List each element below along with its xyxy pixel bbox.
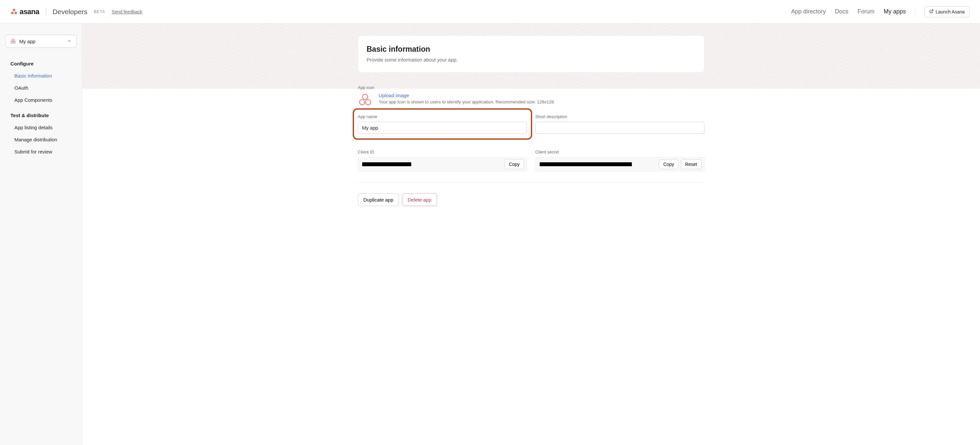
beta-label: BETA xyxy=(94,10,105,14)
top-header: asana Developers BETA Send feedback App … xyxy=(0,0,980,24)
sidebar-item-basic-information[interactable]: Basic information xyxy=(5,70,76,82)
app-name-input[interactable] xyxy=(358,122,527,134)
sidebar-item-manage-distribution[interactable]: Manage distribution xyxy=(5,134,76,146)
upload-image-link[interactable]: Upload image xyxy=(379,93,409,98)
asana-brand-text: asana xyxy=(20,8,39,16)
short-desc-label: Short description xyxy=(535,114,705,119)
asana-dots-icon xyxy=(10,8,18,15)
client-secret-box: Copy Reset xyxy=(535,157,705,171)
svg-point-9 xyxy=(366,99,371,105)
nav-docs[interactable]: Docs xyxy=(835,8,848,15)
sidebar-item-oauth[interactable]: OAuth xyxy=(5,82,76,94)
client-id-value-redacted xyxy=(362,162,411,166)
app-icon-help: Your app icon is shown to users to ident… xyxy=(379,99,554,104)
client-id-label: Client ID xyxy=(358,150,527,155)
app-selector[interactable]: My app xyxy=(5,35,76,48)
client-secret-copy-button[interactable]: Copy xyxy=(659,159,678,169)
app-selector-icon xyxy=(10,38,16,44)
app-name-highlight: App name xyxy=(353,108,532,140)
sidebar-item-listing-details[interactable]: App listing details xyxy=(5,121,76,134)
send-feedback-link[interactable]: Send feedback xyxy=(112,9,142,14)
client-secret-value-redacted xyxy=(540,162,632,166)
svg-point-7 xyxy=(362,94,368,99)
app-icon-label: App icon xyxy=(358,85,705,90)
client-secret-label: Client secret xyxy=(535,150,705,155)
nav-app-directory[interactable]: App directory xyxy=(791,8,826,15)
sidebar-heading-configure: Configure xyxy=(5,57,76,70)
svg-line-3 xyxy=(931,10,933,11)
delete-app-button[interactable]: Delete app xyxy=(402,193,437,206)
title-card: Basic information Provide some informati… xyxy=(358,35,705,73)
duplicate-app-button[interactable]: Duplicate app xyxy=(358,193,399,206)
external-link-icon xyxy=(929,9,934,14)
launch-asana-label: Launch Asana xyxy=(935,9,965,14)
client-secret-reset-button[interactable]: Reset xyxy=(681,159,702,169)
header-right-divider xyxy=(915,7,915,16)
app-icon-row: Upload image Your app icon is shown to u… xyxy=(358,93,705,107)
asana-logo[interactable]: asana xyxy=(10,8,39,16)
launch-asana-button[interactable]: Launch Asana xyxy=(924,6,970,18)
svg-point-2 xyxy=(15,11,17,14)
app-default-icon xyxy=(358,93,372,107)
sidebar-heading-test-distribute: Test & distribute xyxy=(5,109,76,121)
header-divider xyxy=(46,8,46,16)
header-left: asana Developers BETA Send feedback xyxy=(10,8,142,16)
svg-point-5 xyxy=(11,41,13,43)
sidebar-item-app-components[interactable]: App Components xyxy=(5,94,76,106)
nav-forum[interactable]: Forum xyxy=(858,8,874,15)
main-area: Basic information Provide some informati… xyxy=(82,24,980,445)
sidebar-item-submit-review[interactable]: Submit for review xyxy=(5,146,76,158)
app-selector-label: My app xyxy=(19,38,64,44)
header-right: App directory Docs Forum My apps Launch … xyxy=(791,6,970,18)
svg-point-6 xyxy=(13,41,15,43)
svg-point-1 xyxy=(11,11,13,14)
nav-my-apps[interactable]: My apps xyxy=(884,8,906,15)
svg-point-8 xyxy=(359,99,364,105)
sidebar: My app Configure Basic information OAuth… xyxy=(0,24,82,445)
page-subtitle: Provide some information about your app. xyxy=(367,57,695,62)
short-desc-input[interactable] xyxy=(535,122,705,134)
svg-point-4 xyxy=(12,39,14,41)
client-id-copy-button[interactable]: Copy xyxy=(505,159,524,169)
client-id-box: Copy xyxy=(358,157,527,171)
chevron-down-icon xyxy=(67,38,72,44)
app-name-label: App name xyxy=(358,114,527,119)
developers-label[interactable]: Developers xyxy=(52,8,87,16)
svg-point-0 xyxy=(13,9,15,11)
page-title: Basic information xyxy=(367,45,695,54)
